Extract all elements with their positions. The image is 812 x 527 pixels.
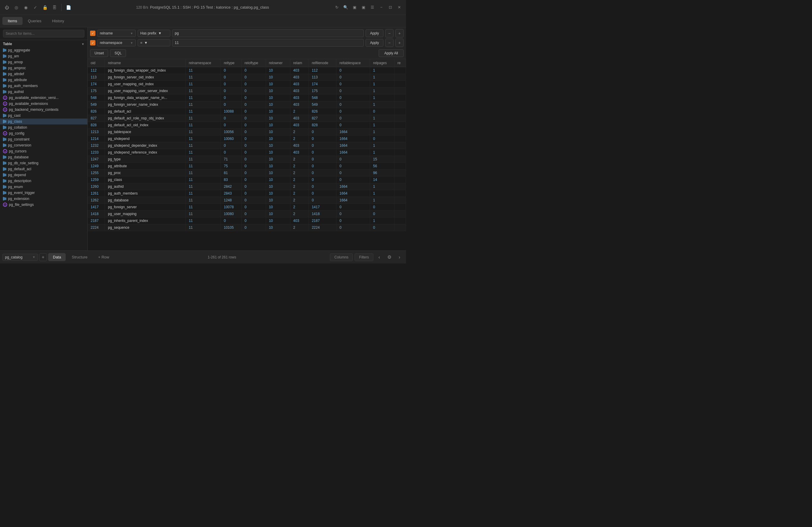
col-header-relname[interactable]: relname bbox=[105, 59, 186, 67]
table-row[interactable]: 2224pg_sequence11101050102222400 bbox=[88, 224, 406, 231]
sidebar-item[interactable]: pg_am bbox=[0, 53, 87, 59]
columns-button[interactable]: Columns bbox=[330, 253, 353, 261]
refresh-circle-icon[interactable]: ◎ bbox=[13, 4, 19, 11]
table-row[interactable]: 2187pg_inherits_parent_index110010403218… bbox=[88, 218, 406, 224]
add-schema-button[interactable]: + bbox=[39, 253, 47, 261]
table-row[interactable]: 1249pg_attribute117501020056 bbox=[88, 163, 406, 170]
filter2-value-input[interactable] bbox=[172, 39, 364, 47]
filter1-minus-button[interactable]: − bbox=[385, 29, 393, 38]
table-row[interactable]: 1247pg_type117101020015 bbox=[88, 156, 406, 163]
table-row[interactable]: 1261pg_auth_members1128430102016641 bbox=[88, 190, 406, 197]
search-icon[interactable]: 🔍 bbox=[343, 4, 349, 11]
sidebar-item[interactable]: pg_authid bbox=[0, 89, 87, 95]
sidebar-item[interactable]: pg_event_trigger bbox=[0, 190, 87, 196]
col-header-relnamespace[interactable]: relnamespace bbox=[186, 59, 221, 67]
sidebar-item[interactable]: pg_amproc bbox=[0, 65, 87, 71]
sidebar-item[interactable]: pg_description bbox=[0, 178, 87, 184]
col-header-relfilenode[interactable]: relfilenode bbox=[308, 59, 336, 67]
table-row[interactable]: 1214pg_shdepend11100600102016640 bbox=[88, 135, 406, 142]
filter2-checkbox[interactable]: ✓ bbox=[90, 40, 96, 45]
filter1-plus-button[interactable]: + bbox=[395, 29, 404, 38]
table-row[interactable]: 826pg_default_acl1110088010282600 bbox=[88, 108, 406, 115]
filter1-value-input[interactable] bbox=[172, 29, 364, 37]
lock-icon[interactable]: 🔒 bbox=[42, 4, 48, 11]
col-header-oid[interactable]: oid bbox=[88, 59, 105, 67]
sidebar-item[interactable]: ●pg_cursors bbox=[0, 148, 87, 154]
filter2-apply-button[interactable]: Apply bbox=[366, 39, 383, 47]
sidebar-item[interactable]: pg_aggregate bbox=[0, 47, 87, 53]
table-row[interactable]: 1418pg_user_mapping11100800102141800 bbox=[88, 210, 406, 218]
col-header-extra[interactable]: re bbox=[394, 59, 406, 67]
table-row[interactable]: 1417pg_foreign_server11100780102141700 bbox=[88, 204, 406, 210]
sidebar-item[interactable]: pg_cast bbox=[0, 113, 87, 118]
sidebar-item[interactable]: ●pg_available_extension_versi... bbox=[0, 95, 87, 101]
unset-button[interactable]: Unset bbox=[90, 49, 108, 57]
sidebar-item[interactable]: pg_extension bbox=[0, 196, 87, 202]
eye-icon[interactable]: ◉ bbox=[23, 4, 29, 11]
tab-history[interactable]: History bbox=[47, 17, 69, 25]
schema-select[interactable]: pg_catalog ▼ bbox=[2, 254, 38, 261]
sidebar-item[interactable]: pg_attribute bbox=[0, 77, 87, 83]
table-row[interactable]: 827pg_default_acl_role_nsp_obj_index1100… bbox=[88, 115, 406, 122]
filter1-checkbox[interactable]: ✓ bbox=[90, 31, 96, 36]
col-header-relowner[interactable]: relowner bbox=[266, 59, 290, 67]
sidebar-item[interactable]: pg_database bbox=[0, 154, 87, 160]
settings-icon[interactable]: ⚙ bbox=[385, 253, 393, 261]
sidebar-item[interactable]: pg_depend bbox=[0, 172, 87, 178]
table-row[interactable]: 1259pg_class118301020014 bbox=[88, 176, 406, 183]
col-header-reloftype[interactable]: reloftype bbox=[241, 59, 266, 67]
table-row[interactable]: 1213pg_tablespace11100560102016641 bbox=[88, 129, 406, 135]
tab-add-row[interactable]: + Row bbox=[93, 253, 114, 261]
sidebar-section-header[interactable]: Table ▼ bbox=[0, 40, 87, 47]
sidebar-item[interactable]: ●pg_available_extensions bbox=[0, 101, 87, 107]
refresh-icon[interactable]: ↻ bbox=[333, 4, 340, 11]
tab-queries[interactable]: Queries bbox=[23, 17, 47, 25]
table-row[interactable]: 828pg_default_acl_oid_index1100104038280… bbox=[88, 122, 406, 129]
maximize-icon[interactable]: ⊡ bbox=[387, 4, 393, 11]
table-row[interactable]: 1233pg_shdepend_reference_index110010403… bbox=[88, 149, 406, 156]
document-icon[interactable]: 📄 bbox=[65, 4, 72, 11]
chevron-right-icon[interactable]: › bbox=[395, 253, 404, 261]
table-row[interactable]: 549pg_foreign_server_name_index110010403… bbox=[88, 101, 406, 108]
layout-right-icon[interactable]: ▣ bbox=[360, 4, 367, 11]
search-input[interactable] bbox=[3, 30, 84, 38]
sidebar-item[interactable]: pg_collation bbox=[0, 125, 87, 130]
power-icon[interactable]: ⏻ bbox=[3, 4, 10, 11]
col-header-relam[interactable]: relam bbox=[290, 59, 308, 67]
table-row[interactable]: 113pg_foreign_server_oid_index1100104031… bbox=[88, 74, 406, 81]
minimize-icon[interactable]: − bbox=[378, 4, 385, 11]
table-row[interactable]: 1260pg_authid1128420102016641 bbox=[88, 183, 406, 190]
apply-all-button[interactable]: Apply All bbox=[379, 49, 404, 57]
sidebar-item[interactable]: pg_db_role_setting bbox=[0, 160, 87, 166]
close-icon[interactable]: ✕ bbox=[396, 4, 403, 11]
check-icon[interactable]: ✓ bbox=[32, 4, 39, 11]
sidebar-item[interactable]: pg_default_acl bbox=[0, 166, 87, 172]
table-row[interactable]: 112pg_foreign_data_wrapper_oid_index1100… bbox=[88, 67, 406, 74]
sidebar-item[interactable]: pg_attrdef bbox=[0, 71, 87, 77]
sidebar-item[interactable]: pg_amop bbox=[0, 59, 87, 65]
sidebar-item[interactable]: ●pg_backend_memory_contexts bbox=[0, 107, 87, 113]
table-row[interactable]: 1232pg_shdepend_depender_index1100104030… bbox=[88, 142, 406, 149]
filter1-field-select[interactable]: relname ▼ bbox=[97, 30, 136, 37]
tab-items[interactable]: Items bbox=[2, 17, 23, 25]
col-header-relpages[interactable]: relpages bbox=[370, 59, 394, 67]
table-row[interactable]: 1255pg_proc118101020096 bbox=[88, 170, 406, 176]
sql-button[interactable]: SQL bbox=[110, 49, 126, 57]
filter2-plus-button[interactable]: + bbox=[395, 39, 404, 47]
sidebar-item[interactable]: pg_class bbox=[0, 118, 87, 125]
layout-left-icon[interactable]: ▣ bbox=[351, 4, 358, 11]
filters-button[interactable]: Filters bbox=[354, 253, 373, 261]
sidebar-item[interactable]: ●pg_config bbox=[0, 130, 87, 136]
table-row[interactable]: 175pg_user_mapping_user_server_index1100… bbox=[88, 88, 406, 94]
table-row[interactable]: 1262pg_database1112480102016641 bbox=[88, 197, 406, 204]
filter2-minus-button[interactable]: − bbox=[385, 39, 393, 47]
col-header-reltype[interactable]: reltype bbox=[220, 59, 241, 67]
menu-icon[interactable]: ☰ bbox=[369, 4, 376, 11]
filter1-operator-select[interactable]: Has prefix ▼ bbox=[137, 30, 170, 37]
db-icon[interactable]: 🗄 bbox=[51, 4, 58, 11]
tab-data[interactable]: Data bbox=[48, 253, 66, 261]
col-header-reltablespace[interactable]: reltablespace bbox=[336, 59, 370, 67]
sidebar-item[interactable]: pg_enum bbox=[0, 184, 87, 190]
filter1-apply-button[interactable]: Apply bbox=[366, 29, 383, 37]
sidebar-item[interactable]: pg_auth_members bbox=[0, 83, 87, 89]
